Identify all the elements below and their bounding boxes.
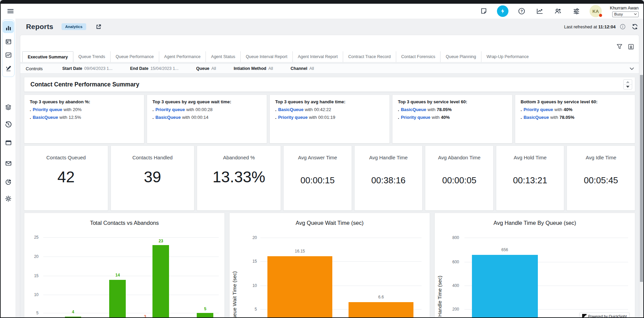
insight-value: 40% — [564, 107, 572, 112]
layers-icon[interactable] — [3, 103, 13, 112]
bullet: . — [521, 107, 522, 112]
queue-link[interactable]: BasicQueue — [278, 107, 304, 112]
queue-link[interactable]: BasicQueue — [524, 115, 549, 120]
settings-sliders-icon[interactable] — [571, 6, 581, 16]
tab-queue-performance[interactable]: Queue Performance — [110, 51, 159, 62]
filter-channel[interactable]: ChannelAll — [291, 66, 314, 71]
filter-funnel-icon[interactable] — [616, 43, 623, 50]
filter-value: 09/04/2023 1... — [84, 66, 112, 71]
insight-line: .BasicQueuewith78.05% — [521, 115, 629, 120]
y-axis-label: Avg Queue Wait Time (sec) — [232, 267, 237, 317]
y-tick: 800 — [448, 235, 459, 240]
tab-label: Queue Planning — [446, 54, 476, 59]
bar-total-contacts[interactable] — [65, 317, 81, 317]
people-directory-icon[interactable] — [553, 6, 563, 16]
bar-total-contacts[interactable] — [109, 280, 126, 317]
quicksight-logo-icon — [582, 314, 587, 317]
external-link-icon[interactable] — [94, 22, 104, 32]
page-title: Reports — [26, 23, 53, 31]
y-tick: 200 — [448, 307, 459, 312]
mail-icon[interactable] — [3, 158, 13, 168]
hamburger-menu-icon[interactable] — [5, 6, 16, 16]
bullet: . — [30, 107, 31, 112]
tab-agent-status[interactable]: Agent Status — [206, 51, 240, 62]
queue-link[interactable]: BasicQueue — [156, 115, 181, 120]
conjunction: with — [59, 115, 67, 120]
kpi-avg-hold-time: Avg Hold Time00:13:21 — [496, 145, 565, 211]
filter-end-date[interactable]: End Date15/04/2023 1... — [130, 66, 179, 71]
queue-link[interactable]: BasicQueue — [33, 115, 58, 120]
quicksight-badge: Powered by QuickSight — [579, 313, 629, 317]
avatar[interactable]: KA — [590, 5, 602, 17]
y-tick: 5 — [28, 311, 39, 315]
queue-link[interactable]: Priority queue — [278, 115, 308, 120]
kpi-label: Contacts Queued — [46, 155, 86, 160]
tab-contact-forensics[interactable]: Contact Forensics — [396, 51, 440, 62]
filter-value: All — [268, 66, 273, 71]
bar-total-contacts[interactable] — [152, 245, 169, 317]
controls-label: Controls — [26, 66, 43, 71]
last-refreshed-prefix: Last refreshed at — [564, 24, 597, 29]
section-header: Contact Centre Performance Summary — [24, 77, 635, 92]
bullet: . — [275, 115, 277, 120]
tab-label: Agent Status — [211, 54, 235, 59]
spinner-up-button[interactable] — [624, 80, 632, 84]
bar-value-label: 23 — [159, 239, 163, 243]
help-icon[interactable]: ? — [517, 6, 527, 16]
tab-contract-trace-record[interactable]: Contract Trace Record — [343, 51, 396, 62]
insight-line: .Priority queuewith20% — [30, 107, 139, 112]
scrollbar-thumb[interactable] — [640, 75, 643, 282]
kpi-value: 00:38:16 — [371, 175, 405, 186]
info-icon[interactable] — [620, 24, 626, 30]
status-select[interactable]: Busy — [612, 11, 639, 17]
filter-queue[interactable]: QueueAll — [196, 66, 216, 71]
line-chart-icon[interactable] — [3, 50, 13, 60]
bar-queue-wait[interactable] — [267, 256, 332, 317]
filter-label: Queue — [196, 66, 209, 71]
queue-link[interactable]: Priority queue — [401, 115, 430, 120]
tab-queue-trends[interactable]: Queue Trends — [73, 51, 110, 62]
insight-value: 12.5% — [69, 115, 81, 120]
refresh-icon[interactable] — [630, 22, 640, 32]
tab-wrap-up-performance[interactable]: Wrap-Up Performance — [481, 51, 534, 62]
spinner-down-button[interactable] — [624, 84, 632, 89]
history-icon[interactable] — [3, 120, 13, 129]
queue-link[interactable]: Priority queue — [524, 107, 553, 112]
flash-icon[interactable] — [497, 5, 508, 17]
insight-value: 78.05% — [437, 107, 452, 112]
tab-queue-interval-report[interactable]: Queue Interval Report — [240, 51, 292, 62]
brush-icon[interactable] — [3, 63, 13, 73]
queue-link[interactable]: Priority queue — [156, 107, 185, 112]
queue-link[interactable]: Priority queue — [33, 107, 62, 112]
pie-chart-icon[interactable] — [3, 177, 13, 187]
scrollbar-track[interactable] — [640, 75, 643, 317]
tab-agent-performance[interactable]: Agent Performance — [159, 51, 206, 62]
bar-total-contacts[interactable] — [197, 313, 213, 317]
kpi-abandoned-pct: Abandoned %13.33% — [197, 145, 281, 211]
bar-chart-icon[interactable] — [3, 23, 13, 33]
metrics-icon[interactable] — [535, 6, 545, 16]
window-icon[interactable] — [3, 138, 13, 148]
analytics-badge: Analytics — [62, 23, 86, 30]
gear-icon[interactable] — [3, 194, 13, 204]
topbar: ? KA Khurram Awan Busy — [1, 4, 643, 19]
notes-icon[interactable] — [479, 6, 489, 16]
conjunction: with — [186, 107, 194, 112]
filter-start-date[interactable]: Start Date09/04/2023 1... — [62, 66, 112, 71]
kpi-avg-answer-time: Avg Answer Time00:00:15 — [283, 145, 352, 211]
triangle-down-icon — [626, 86, 629, 88]
queue-link[interactable]: BasicQueue — [401, 107, 426, 112]
tab-agent-interval-report[interactable]: Agent Interval Report — [292, 51, 343, 62]
export-icon[interactable] — [627, 43, 634, 50]
bar-handle-time[interactable] — [472, 255, 538, 317]
chevron-down-icon[interactable] — [629, 67, 634, 70]
calendar-icon[interactable] — [3, 36, 13, 46]
tab-executive-summary[interactable]: Executive Summary — [22, 51, 73, 62]
bar-queue-wait[interactable] — [349, 302, 413, 317]
kpi-label: Avg Answer Time — [298, 155, 337, 160]
filter-intiation-method[interactable]: Intiation MethodAll — [234, 66, 273, 71]
report-tabs: Executive Summary Queue Trends Queue Per… — [20, 51, 639, 62]
tab-queue-planning[interactable]: Queue Planning — [440, 51, 481, 62]
bullet: . — [398, 107, 399, 112]
kpi-value: 00:05:45 — [584, 175, 618, 186]
